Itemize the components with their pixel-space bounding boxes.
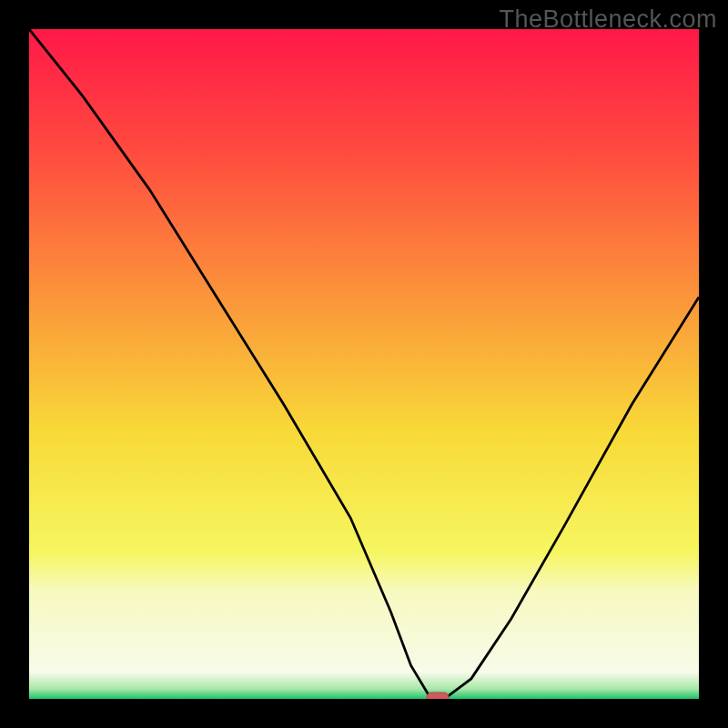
bottleneck-chart	[29, 29, 699, 699]
heat-gradient-background	[29, 29, 699, 699]
chart-frame: TheBottleneck.com	[0, 0, 728, 728]
optimal-point-marker	[427, 693, 449, 699]
